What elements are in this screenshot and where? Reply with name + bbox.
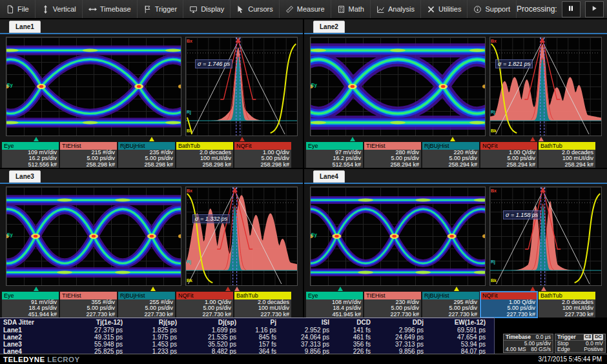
eye-trace-tag: Ey	[7, 232, 13, 237]
descriptor-eye[interactable]: Eye91 mV/div18.4 ps/div451.944 k#	[2, 292, 59, 318]
descriptor-value-line: 258.298 k#	[178, 162, 231, 168]
histogram-panel[interactable]: BxRjBkσ = 1.158 ps	[489, 187, 602, 286]
descriptor-tiehist[interactable]: TIEHist280 #/div5.00 ps/div258.294 k#	[364, 142, 421, 168]
histogram-bathtub-trace	[186, 37, 297, 136]
trace-position-marker	[350, 137, 355, 141]
pause-icon	[567, 3, 575, 15]
descriptor-values: 108 mV/div18.4 ps/div451.945 k#	[306, 299, 363, 318]
descriptor-nqfit[interactable]: NQFit1.00 Q/div5.00 ps/div227.730 k#	[176, 292, 233, 318]
tab-underline	[304, 33, 607, 34]
menu-item-label: Measure	[297, 5, 325, 13]
table-header-cell: Dj(sp)	[177, 318, 236, 327]
timebase-icon	[88, 5, 97, 14]
table-cell: 356 fs	[329, 341, 371, 348]
trigger-summary-box[interactable]: Trigger C3 DC Stop 0.0 mV Edge Positive	[555, 334, 606, 353]
timebase-title: Timebase	[506, 334, 531, 340]
menu-item-timebase[interactable]: Timebase	[83, 0, 138, 18]
trace-position-marker	[234, 287, 240, 291]
menu-item-measure[interactable]: Measure	[280, 0, 331, 18]
descriptor-tiehist[interactable]: TIEHist215 #/div5.00 ps/div258.298 k#	[60, 142, 117, 168]
descriptor-tiehist[interactable]: TIEHist355 #/div5.00 ps/div227.730 k#	[60, 292, 117, 318]
menu-item-support[interactable]: Support	[468, 0, 517, 18]
menu-item-display[interactable]: Display	[183, 0, 231, 18]
descriptor-values: 2.0 decades100 mUI/div227.730 k#	[539, 299, 595, 318]
tab-underline	[0, 33, 303, 34]
descriptor-rjbujhist[interactable]: RjBUjHist295 #/div5.00 ps/div227.730 k#	[422, 292, 479, 318]
timebase-summary-box[interactable]: Timebase 0.0 µs 5.00 µs/div 4.00 MS 80 G…	[503, 334, 553, 353]
play-button[interactable]	[585, 1, 604, 17]
menu-item-vertical[interactable]: Vertical	[36, 0, 83, 18]
tab-underline	[304, 183, 607, 184]
nqfit-trace-tag: Bk	[187, 278, 192, 283]
tab-lane4[interactable]: Lane4	[313, 170, 345, 183]
descriptor-value-line: 227.730 k#	[424, 312, 477, 318]
descriptor-values: 109 mV/div16.2 ps/div512.556 k#	[2, 150, 59, 168]
tab-lane2[interactable]: Lane2	[313, 21, 345, 33]
descriptor-tiehist[interactable]: TIEHist230 #/div5.00 ps/div227.730 k#	[364, 292, 421, 318]
sigma-readout: σ = 1.746 ps	[195, 59, 232, 68]
histogram-panel[interactable]: BxRjBkσ = 1.821 ps	[489, 37, 602, 136]
menu-item-math[interactable]: Math	[331, 0, 371, 18]
descriptor-rjbujhist[interactable]: RjBUjHist235 #/div5.00 ps/div258.298 k#	[118, 142, 175, 168]
table-cell: 24.649 ps	[371, 334, 424, 341]
pause-button[interactable]	[562, 1, 581, 17]
descriptor-value-line: 512.554 k#	[308, 162, 361, 168]
descriptor-bathtub[interactable]: BathTub2.0 decades100 mUI/div258.294 k#	[539, 142, 595, 168]
trigger-type: Edge	[557, 347, 570, 352]
descriptor-nqfit[interactable]: NQFit1.00 Q/div5.00 ps/div227.730 k#	[480, 292, 537, 318]
histogram-bathtub-trace	[186, 187, 297, 285]
eye-diagram-panel[interactable]: Ey	[310, 187, 486, 286]
descriptor-bathtub[interactable]: BathTub2.0 decades100 mUI/div258.298 k#	[176, 142, 233, 168]
nqfit-trace-tag: Bk	[187, 128, 192, 133]
table-row: Lane249.315 ps1.975 ps21.535 ps845 fs24.…	[0, 334, 494, 341]
processing-controls: Processing: Mosaic Zoom Undo	[517, 1, 607, 18]
descriptor-value-line: 227.730 k#	[482, 312, 535, 318]
trace-position-marker	[541, 287, 546, 291]
measure-icon	[285, 5, 294, 14]
table-cell: 37.313 ps	[276, 341, 329, 348]
menu-item-label: Timebase	[100, 5, 131, 13]
eye-diagram-panel[interactable]: Ey	[310, 37, 486, 136]
menu-item-utilities[interactable]: Utilities	[421, 0, 468, 18]
histogram-panel[interactable]: BxRjBkσ = 1.332 ps	[185, 187, 298, 286]
lane-tab-strip: Lane1	[0, 19, 303, 33]
descriptor-bathtub[interactable]: BathTub2.0 decades100 mUI/div227.730 k#	[539, 292, 595, 318]
menu-item-label: Vertical	[53, 5, 76, 13]
table-header-cell: ISI	[276, 318, 329, 327]
descriptor-value-line: 258.298 k#	[236, 162, 289, 168]
tab-lane3[interactable]: Lane3	[9, 170, 41, 183]
descriptor-nqfit[interactable]: NQFit1.00 Q/div5.00 ps/div258.294 k#	[480, 142, 537, 168]
trace-marker-row	[304, 136, 607, 142]
table-cell: 21.535 ps	[177, 334, 236, 341]
table-cell: 1.825 ps	[123, 327, 177, 334]
descriptor-rjbujhist[interactable]: RjBUjHist220 #/div5.00 ps/div258.294 k#	[422, 142, 479, 168]
menu-item-trigger[interactable]: Trigger	[138, 0, 183, 18]
tab-lane1[interactable]: Lane1	[9, 21, 41, 33]
histogram-panel[interactable]: BxRjBkσ = 1.746 ps	[185, 37, 298, 136]
descriptor-bathtub[interactable]: BathTub2.0 decades100 mUI/div227.730 k#	[234, 292, 291, 318]
table-cell: 157 fs	[236, 341, 276, 348]
trace-position-marker	[454, 287, 459, 291]
menu-item-file[interactable]: File	[0, 0, 36, 18]
eye-diagram-panel[interactable]: Ey	[6, 37, 181, 136]
trace-position-marker	[34, 137, 39, 141]
menu-item-analysis[interactable]: Analysis	[371, 0, 421, 18]
descriptor-eye[interactable]: Eye108 mV/div18.4 ps/div451.945 k#	[306, 292, 363, 318]
table-header-cell: Tj(1e-12)	[56, 318, 123, 327]
sigma-readout: σ = 1.158 ps	[503, 210, 540, 219]
table-header-cell: EW(1e-12)	[424, 318, 486, 327]
descriptor-eye[interactable]: Eye109 mV/div16.2 ps/div512.556 k#	[2, 142, 59, 168]
eye-diagram-panel[interactable]: Ey	[6, 187, 181, 286]
eye-trace-tag: Ey	[311, 232, 317, 237]
descriptor-rjbujhist[interactable]: RjBUjHist255 #/div5.00 ps/div227.730 k#	[118, 292, 175, 318]
lane-quadrant-2: Lane2EyBxRjBkσ = 1.821 psEye97 mV/div16.…	[304, 19, 607, 168]
table-row: Lane355.948 ps1.453 ps35.520 ps157 fs37.…	[0, 341, 494, 348]
trace-marker-row	[304, 286, 607, 292]
descriptor-values: 2.0 decades100 mUI/div258.294 k#	[539, 150, 595, 168]
menu-item-cursors[interactable]: Cursors	[231, 0, 280, 18]
datetime-status: 3/17/2015 5:45:44 PM	[539, 356, 602, 363]
descriptor-eye[interactable]: Eye97 mV/div16.2 ps/div512.554 k#	[306, 142, 363, 168]
table-cell: 69.591 ps	[424, 327, 486, 334]
descriptor-nqfit[interactable]: NQFit1.00 Q/div5.00 ps/div258.298 k#	[234, 142, 291, 168]
trigger-source-badge: C3	[584, 334, 593, 340]
